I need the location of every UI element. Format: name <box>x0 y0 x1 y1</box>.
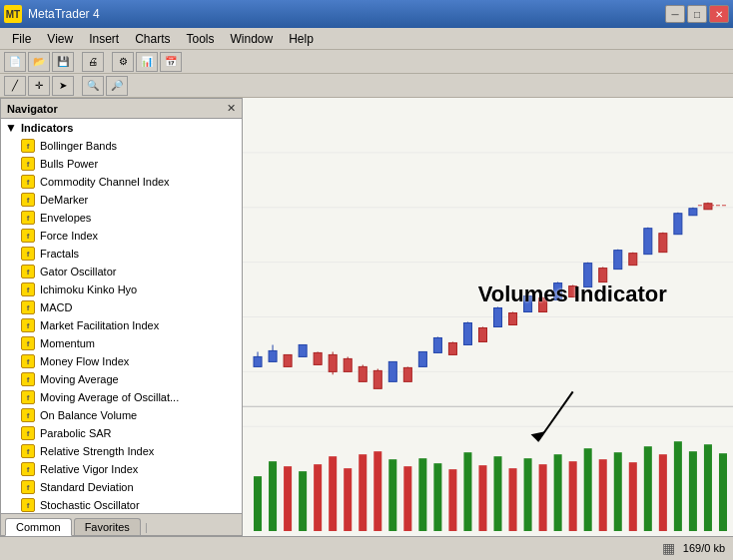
list-item[interactable]: f Relative Strength Index <box>1 442 242 460</box>
svg-rect-63 <box>659 234 667 253</box>
svg-rect-91 <box>554 454 562 531</box>
toolbar-zoom-out[interactable]: 🔎 <box>106 76 128 96</box>
candlestick-chart <box>243 98 733 536</box>
chart-panel[interactable]: Volumes Indicator <box>243 98 733 536</box>
indicator-icon: f <box>21 354 35 368</box>
nav-item-label: Momentum <box>40 337 95 349</box>
svg-rect-19 <box>329 354 337 371</box>
list-item[interactable]: f Moving Average <box>1 370 242 388</box>
svg-rect-43 <box>509 313 517 325</box>
toolbar-line[interactable]: ╱ <box>4 76 26 96</box>
svg-rect-11 <box>269 350 277 361</box>
svg-rect-17 <box>314 352 322 364</box>
nav-item-label: Moving Average <box>40 373 119 385</box>
svg-rect-45 <box>524 296 532 312</box>
tab-favorites[interactable]: Favorites <box>74 518 141 535</box>
nav-item-label: Fractals <box>40 248 79 260</box>
list-item[interactable]: f DeMarker <box>1 191 242 209</box>
toolbar-save[interactable]: 💾 <box>52 52 74 72</box>
svg-rect-49 <box>554 283 562 300</box>
menu-charts[interactable]: Charts <box>127 30 178 48</box>
svg-rect-35 <box>448 342 456 354</box>
menu-file[interactable]: File <box>4 30 39 48</box>
navigator-list[interactable]: ▼ Indicators f Bollinger Bands f Bulls P… <box>1 119 242 513</box>
menu-window[interactable]: Window <box>223 30 282 48</box>
toolbar-open[interactable]: 📂 <box>28 52 50 72</box>
navigator-panel: Navigator ✕ ▼ Indicators f Bollinger Ban… <box>0 98 243 536</box>
indicator-icon: f <box>21 498 35 512</box>
list-item[interactable]: f Relative Vigor Index <box>1 460 242 478</box>
nav-item-label: DeMarker <box>40 194 88 206</box>
nav-item-label: Stochastic Oscillator <box>40 499 140 511</box>
svg-rect-94 <box>599 459 607 531</box>
svg-rect-21 <box>344 358 352 371</box>
menu-insert[interactable]: Insert <box>81 30 127 48</box>
navigator-title: Navigator <box>7 103 58 115</box>
svg-rect-53 <box>584 264 592 287</box>
svg-rect-92 <box>569 461 577 531</box>
nav-item-label: Standard Deviation <box>40 481 134 493</box>
list-item[interactable]: f Momentum <box>1 334 242 352</box>
svg-rect-79 <box>373 451 381 531</box>
toolbar-new[interactable]: 📄 <box>4 52 26 72</box>
list-item[interactable]: f Stochastic Oscillator <box>1 496 242 513</box>
list-item[interactable]: f Parabolic SAR <box>1 424 242 442</box>
list-item[interactable]: f Envelopes <box>1 209 242 227</box>
menu-bar: File View Insert Charts Tools Window Hel… <box>0 28 733 50</box>
list-item[interactable]: f Gator Oscillator <box>1 263 242 280</box>
toolbar-cross[interactable]: ✛ <box>28 76 50 96</box>
svg-rect-65 <box>674 214 682 235</box>
navigator-close[interactable]: ✕ <box>227 102 236 115</box>
toolbar-print[interactable]: 🖨 <box>82 52 104 72</box>
menu-view[interactable]: View <box>39 30 81 48</box>
nav-item-label: Market Facilitation Index <box>40 319 159 331</box>
list-item[interactable]: f Force Index <box>1 227 242 245</box>
indicator-icon: f <box>21 282 35 296</box>
maximize-button[interactable]: □ <box>687 5 707 23</box>
indicator-icon: f <box>21 247 35 261</box>
svg-rect-57 <box>614 251 622 270</box>
nav-item-label: MACD <box>40 301 72 313</box>
svg-rect-97 <box>644 446 652 531</box>
svg-rect-13 <box>284 354 292 366</box>
menu-tools[interactable]: Tools <box>179 30 223 48</box>
svg-rect-29 <box>403 367 411 381</box>
svg-rect-96 <box>629 462 637 531</box>
list-item[interactable]: f On Balance Volume <box>1 406 242 424</box>
list-item[interactable]: f Money Flow Index <box>1 352 242 370</box>
svg-rect-85 <box>463 452 471 531</box>
nav-group-indicators[interactable]: ▼ Indicators <box>1 119 242 137</box>
list-item[interactable]: f Fractals <box>1 245 242 263</box>
list-item[interactable]: f Bulls Power <box>1 155 242 173</box>
indicator-icon: f <box>21 211 35 225</box>
title-bar: MT MetaTrader 4 ─ □ ✕ <box>0 0 733 28</box>
menu-help[interactable]: Help <box>281 30 322 48</box>
close-button[interactable]: ✕ <box>709 5 729 23</box>
list-item[interactable]: f Market Facilitation Index <box>1 316 242 334</box>
toolbar-indicators[interactable]: 📊 <box>136 52 158 72</box>
svg-rect-27 <box>388 361 396 381</box>
status-right: ▦ 169/0 kb <box>662 540 725 556</box>
list-item[interactable]: f Standard Deviation <box>1 478 242 496</box>
toolbar-experts[interactable]: ⚙ <box>112 52 134 72</box>
indicator-icon: f <box>21 229 35 243</box>
list-item[interactable]: f Bollinger Bands <box>1 137 242 155</box>
list-item[interactable]: f MACD <box>1 298 242 316</box>
toolbar-period[interactable]: 📅 <box>160 52 182 72</box>
indicator-icon: f <box>21 426 35 440</box>
indicator-icon: f <box>21 480 35 494</box>
svg-rect-69 <box>704 204 712 210</box>
minimize-button[interactable]: ─ <box>665 5 685 23</box>
nav-item-label: Relative Vigor Index <box>40 463 138 475</box>
list-item[interactable]: f Ichimoku Kinko Hyo <box>1 280 242 298</box>
toolbar-arrow[interactable]: ➤ <box>52 76 74 96</box>
status-bar: ▦ 169/0 kb <box>0 536 733 558</box>
tab-common[interactable]: Common <box>5 518 72 536</box>
svg-rect-77 <box>344 468 352 531</box>
nav-item-label: Money Flow Index <box>40 355 129 367</box>
list-item[interactable]: f Moving Average of Oscillat... <box>1 388 242 406</box>
list-item[interactable]: f Commodity Channel Index <box>1 173 242 191</box>
nav-item-label: Envelopes <box>40 212 91 224</box>
nav-item-label: Parabolic SAR <box>40 427 112 439</box>
toolbar-zoom-in[interactable]: 🔍 <box>82 76 104 96</box>
